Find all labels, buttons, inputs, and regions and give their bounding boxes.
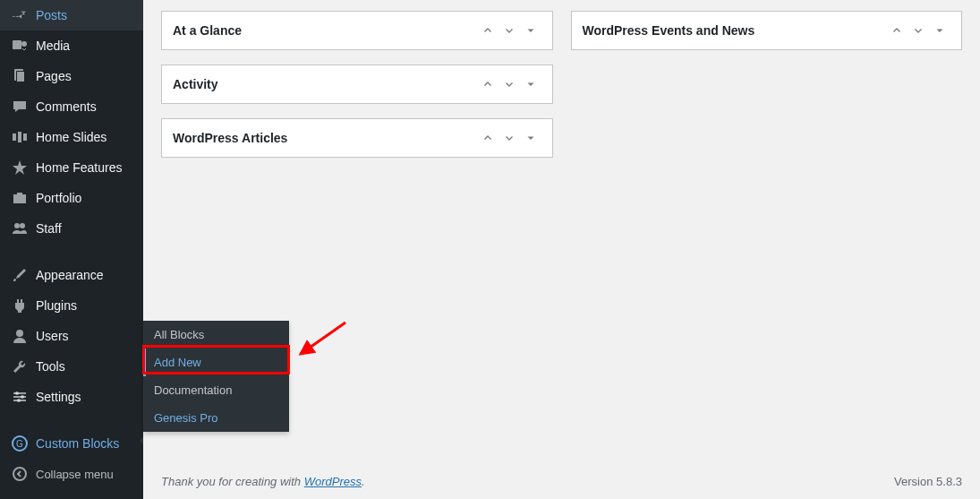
move-down-icon[interactable] xyxy=(499,127,520,149)
dashboard-columns: At a Glance Activity WordPress Articles xyxy=(161,11,962,172)
sidebar-item-label: Users xyxy=(36,329,132,343)
toggle-icon[interactable] xyxy=(520,20,541,41)
sidebar-item-label: Tools xyxy=(36,359,132,374)
sidebar-item-label: Staff xyxy=(36,221,132,236)
sidebar-item-comments[interactable]: Comments xyxy=(0,91,143,122)
footer-wordpress-link[interactable]: WordPress xyxy=(304,475,362,488)
sidebar-item-staff[interactable]: Staff xyxy=(0,213,143,244)
plug-icon xyxy=(11,297,29,314)
sidebar-item-label: Plugins xyxy=(36,298,132,313)
footer-thank-suffix: . xyxy=(362,475,365,488)
media-icon xyxy=(11,37,29,55)
move-down-icon[interactable] xyxy=(499,20,520,41)
dashboard-col-2: WordPress Events and News xyxy=(571,11,963,172)
svg-point-8 xyxy=(14,223,20,228)
move-up-icon[interactable] xyxy=(477,127,499,149)
toggle-icon[interactable] xyxy=(520,73,541,95)
move-down-icon[interactable] xyxy=(499,73,520,95)
sidebar-item-label: Home Features xyxy=(36,160,132,175)
wrench-icon xyxy=(11,357,29,375)
postbox-header: WordPress Articles xyxy=(162,119,552,157)
svg-text:G: G xyxy=(16,439,23,449)
svg-point-9 xyxy=(20,223,25,228)
sidebar-item-label: Portfolio xyxy=(36,191,132,205)
postbox-header: At a Glance xyxy=(162,12,552,49)
move-up-icon[interactable] xyxy=(886,20,908,41)
portfolio-icon xyxy=(11,189,29,207)
postbox-wordpress-events: WordPress Events and News xyxy=(571,11,963,50)
svg-rect-4 xyxy=(17,72,24,82)
sidebar-item-home-slides[interactable]: Home Slides xyxy=(0,122,143,152)
sliders-icon xyxy=(11,388,29,406)
dashboard-col-1: At a Glance Activity WordPress Articles xyxy=(161,11,553,172)
postbox-wordpress-articles: WordPress Articles xyxy=(161,118,553,158)
sidebar-item-users[interactable]: Users xyxy=(0,321,143,351)
users-icon xyxy=(11,219,29,237)
svg-point-10 xyxy=(16,330,23,337)
toggle-icon[interactable] xyxy=(929,20,950,41)
sidebar-separator xyxy=(0,412,143,428)
footer: Thank you for creating with WordPress. V… xyxy=(161,475,962,488)
sidebar-item-portfolio[interactable]: Portfolio xyxy=(0,183,143,213)
sidebar-item-label: Appearance xyxy=(36,268,132,282)
svg-point-15 xyxy=(21,395,24,399)
sidebar-item-tools[interactable]: Tools xyxy=(0,351,143,382)
sidebar-item-label: Comments xyxy=(36,99,132,114)
svg-point-19 xyxy=(13,468,26,480)
footer-thanks: Thank you for creating with WordPress. xyxy=(161,475,365,488)
svg-rect-7 xyxy=(23,133,27,141)
sidebar-item-custom-blocks[interactable]: G Custom Blocks xyxy=(0,428,143,459)
postbox-title: WordPress Articles xyxy=(173,131,477,145)
svg-point-16 xyxy=(17,399,21,402)
pages-icon xyxy=(11,67,29,85)
sidebar-item-media[interactable]: Media xyxy=(0,30,143,61)
admin-sidebar: Posts Media Pages Comments Home Slides H… xyxy=(0,0,143,499)
pin-icon xyxy=(11,6,29,24)
genesis-icon: G xyxy=(11,434,29,452)
postbox-title: WordPress Events and News xyxy=(583,23,887,38)
footer-version: Version 5.8.3 xyxy=(894,475,962,488)
move-down-icon[interactable] xyxy=(908,20,929,41)
svg-point-1 xyxy=(21,41,27,47)
move-up-icon[interactable] xyxy=(477,73,499,95)
postbox-activity: Activity xyxy=(161,65,553,104)
postbox-header: Activity xyxy=(162,65,552,103)
sidebar-item-plugins[interactable]: Plugins xyxy=(0,290,143,321)
postbox-header: WordPress Events and News xyxy=(572,12,962,49)
move-up-icon[interactable] xyxy=(477,20,499,41)
sidebar-item-label: Home Slides xyxy=(36,130,132,144)
sidebar-separator xyxy=(0,244,143,260)
sidebar-item-posts[interactable]: Posts xyxy=(0,0,143,30)
sidebar-item-settings[interactable]: Settings xyxy=(0,382,143,412)
footer-thank-prefix: Thank you for creating with xyxy=(161,475,304,488)
comments-icon xyxy=(11,98,29,116)
star-icon xyxy=(11,159,29,176)
svg-rect-0 xyxy=(13,40,21,49)
frames-icon xyxy=(11,128,29,146)
collapse-icon xyxy=(11,465,29,483)
postbox-title: Activity xyxy=(173,77,477,91)
sidebar-collapse-menu[interactable]: Collapse menu xyxy=(0,459,143,489)
svg-rect-5 xyxy=(13,133,16,141)
brush-icon xyxy=(11,266,29,284)
user-icon xyxy=(11,327,29,345)
postbox-title: At a Glance xyxy=(173,23,477,38)
content-area: At a Glance Activity WordPress Articles xyxy=(143,0,980,499)
svg-point-14 xyxy=(15,391,19,395)
sidebar-item-label: Settings xyxy=(36,390,132,404)
sidebar-item-home-features[interactable]: Home Features xyxy=(0,152,143,183)
sidebar-item-label: Media xyxy=(36,39,132,53)
svg-rect-6 xyxy=(18,132,21,142)
sidebar-item-pages[interactable]: Pages xyxy=(0,61,143,91)
sidebar-item-appearance[interactable]: Appearance xyxy=(0,260,143,290)
toggle-icon[interactable] xyxy=(520,127,541,149)
sidebar-item-label: Custom Blocks xyxy=(36,436,132,451)
sidebar-item-label: Collapse menu xyxy=(36,468,132,481)
sidebar-item-label: Posts xyxy=(36,8,132,22)
sidebar-item-label: Pages xyxy=(36,69,132,83)
postbox-at-a-glance: At a Glance xyxy=(161,11,553,50)
